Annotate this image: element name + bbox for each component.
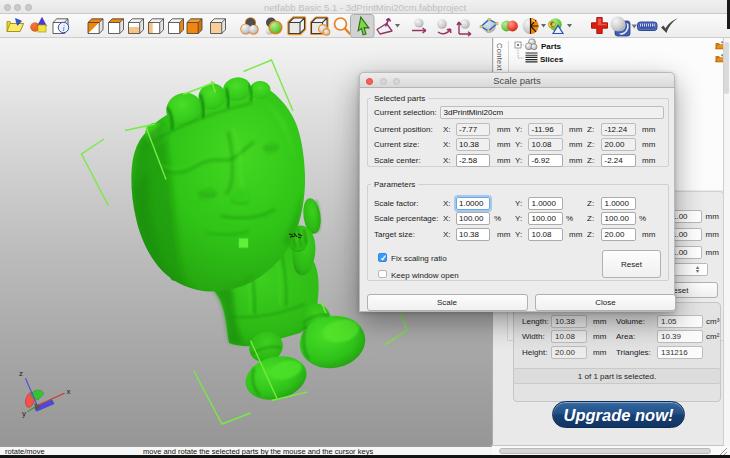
svg-text:€: € xyxy=(550,21,554,28)
svg-text:z: z xyxy=(19,369,23,378)
svg-text:x: x xyxy=(67,387,71,396)
svg-text:y: y xyxy=(22,409,26,418)
svg-text:i: i xyxy=(62,24,64,33)
